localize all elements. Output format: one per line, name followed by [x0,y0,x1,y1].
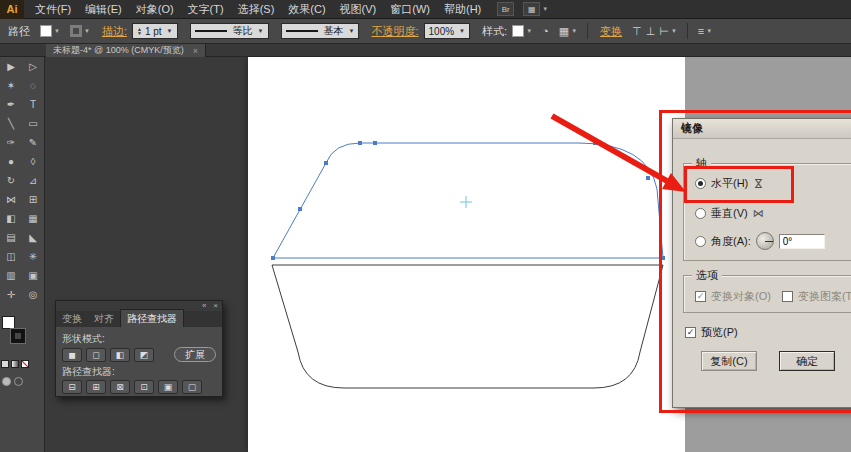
angle-input[interactable] [779,234,825,249]
stroke-color-swatch[interactable] [70,25,82,37]
align-middle-icon[interactable]: ⊥ [646,25,656,38]
free-transform-tool[interactable]: ⊞ [22,190,44,209]
outline-button[interactable]: ▣ [158,380,178,394]
type-tool[interactable]: T [22,95,44,114]
anchor-point[interactable] [298,207,302,211]
magic-wand-tool[interactable]: ✶ [0,76,22,95]
expand-button[interactable]: 扩展 [174,347,216,362]
artboard-tool[interactable]: ▣ [22,266,44,285]
vertical-radio[interactable] [695,208,706,219]
menu-view[interactable]: 视图(V) [333,0,384,19]
gradient-button[interactable] [11,360,19,368]
graph-tool[interactable]: ▥ [0,266,22,285]
minus-back-button[interactable]: ▢ [182,380,202,394]
zoom-tool[interactable]: ◎ [22,285,44,304]
menu-window[interactable]: 窗口(W) [383,0,437,19]
anchor-point[interactable] [593,141,597,145]
angle-dial[interactable] [756,232,774,250]
menu-file[interactable]: 文件(F) [28,0,78,19]
blob-brush-tool[interactable]: ● [0,152,22,171]
anchor-point[interactable] [373,141,377,145]
ok-button[interactable]: 确定 [779,351,835,371]
menu-help[interactable]: 帮助(H) [437,0,488,19]
tab-align[interactable]: 对齐 [88,310,120,327]
align-bottom-icon[interactable]: ⊢ [659,25,669,38]
brush-definition-dropdown[interactable]: 基本 ▼ [281,23,360,39]
merge-button[interactable]: ⊠ [110,380,130,394]
selection-tool[interactable]: ▶ [0,57,22,76]
stroke-color-swatch[interactable] [11,329,25,343]
exclude-button[interactable]: ◩ [134,348,154,362]
menu-select[interactable]: 选择(S) [231,0,282,19]
transform-objects-checkbox[interactable]: ✓ [695,291,706,302]
lasso-tool[interactable]: ◌ [22,76,44,95]
fill-color-swatch[interactable] [40,25,52,37]
crop-button[interactable]: ⊡ [134,380,154,394]
color-button[interactable] [1,360,9,368]
tab-transform[interactable]: 变换 [56,310,88,327]
fill-color-swatch[interactable] [2,316,15,329]
rotate-tool[interactable]: ↻ [0,171,22,190]
opacity-dropdown[interactable]: 100% ▼ [424,23,471,39]
bottom-shape-path[interactable] [272,265,663,388]
trim-button[interactable]: ⊞ [86,380,106,394]
stepper-arrows-icon[interactable]: ▲▼ [137,27,142,35]
gradient-tool[interactable]: ▤ [0,228,22,247]
menu-effect[interactable]: 效果(C) [281,0,332,19]
menu-edit[interactable]: 编辑(E) [78,0,129,19]
chevron-down-icon[interactable]: ▼ [349,28,355,34]
blend-tool[interactable]: ◫ [0,247,22,266]
transform-panel-link[interactable]: 变换 [600,24,622,39]
draw-normal-icon[interactable] [2,377,11,386]
chevron-down-icon[interactable]: ▼ [542,6,548,12]
chevron-down-icon[interactable]: ▼ [84,28,90,34]
preview-checkbox[interactable]: ✓ [685,327,696,338]
pen-tool[interactable]: ✒ [0,95,22,114]
width-tool[interactable]: ⋈ [0,190,22,209]
paintbrush-tool[interactable]: ✑ [0,133,22,152]
hand-tool[interactable]: ✛ [0,285,22,304]
chevron-down-icon[interactable]: ▼ [459,28,465,34]
document-tab[interactable]: 未标题-4* @ 100% (CMYK/预览) × [46,44,206,57]
chevron-down-icon[interactable]: ▼ [258,28,264,34]
anchor-point[interactable] [646,176,650,180]
angle-radio[interactable] [695,236,706,247]
close-icon[interactable]: × [213,301,218,311]
bridge-icon[interactable]: Br [497,2,514,16]
chevron-down-icon[interactable]: ▼ [671,28,677,34]
anchor-point[interactable] [324,161,328,165]
transform-patterns-checkbox[interactable] [782,291,793,302]
intersect-button[interactable]: ◧ [110,348,130,362]
anchor-point[interactable] [271,256,275,260]
line-tool[interactable]: ╲ [0,114,22,133]
rectangle-tool[interactable]: ▭ [22,114,44,133]
scale-tool[interactable]: ⊿ [22,171,44,190]
align-top-icon[interactable]: ⊤ [632,25,642,38]
mesh-tool[interactable]: ▦ [22,209,44,228]
chevron-down-icon[interactable]: ▼ [54,28,60,34]
none-button[interactable] [21,360,29,368]
chevron-down-icon[interactable]: ▼ [167,28,173,34]
eraser-tool[interactable]: ◊ [22,152,44,171]
style-swatch[interactable] [512,25,524,37]
recolor-artwork-icon[interactable]: ◔ [542,25,549,37]
collapse-icon[interactable]: « [202,301,206,311]
chevron-down-icon[interactable]: ▼ [706,28,712,34]
draw-behind-icon[interactable] [14,377,23,386]
opacity-panel-link[interactable]: 不透明度: [371,24,418,39]
arrange-documents-icon[interactable]: ▦ [523,2,540,16]
copy-button[interactable]: 复制(C) [701,351,757,371]
top-shape-path-selected[interactable] [273,143,663,258]
minus-front-button[interactable]: ◻ [86,348,106,362]
anchor-point[interactable] [358,141,362,145]
eyedropper-tool[interactable]: ◣ [22,228,44,247]
document-setup-icon[interactable]: ▦ [559,25,569,38]
shape-builder-tool[interactable]: ◧ [0,209,22,228]
menu-object[interactable]: 对象(O) [129,0,181,19]
unite-button[interactable]: ◼ [62,348,82,362]
horizontal-radio[interactable] [695,178,706,189]
panel-menu-icon[interactable]: ≡ [698,25,704,37]
chevron-down-icon[interactable]: ▼ [526,28,532,34]
chevron-down-icon[interactable]: ▼ [571,28,577,34]
anchor-point[interactable] [661,256,665,260]
